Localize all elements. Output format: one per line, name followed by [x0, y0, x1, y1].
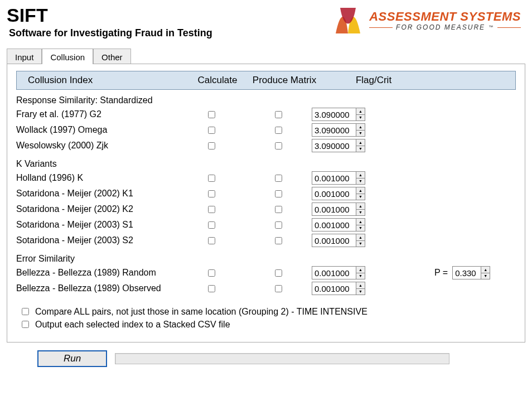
down-icon[interactable]: ▼ [356, 146, 365, 152]
flag-bobserved[interactable] [312, 282, 356, 295]
row-k1: Sotaridona - Meijer (2002) K1 ▲▼ [16, 186, 516, 201]
calc-s2[interactable] [208, 237, 215, 244]
section-esim: Error Similarity [16, 254, 516, 264]
calc-s1[interactable] [208, 221, 215, 229]
down-icon[interactable]: ▼ [356, 225, 365, 231]
brand-name: ASSESSMENT SYSTEMS [369, 10, 521, 23]
matrix-frary[interactable] [275, 111, 282, 118]
header-index: Collusion Index [22, 75, 184, 86]
row-holland: Holland (1996) K ▲▼ [16, 170, 516, 186]
flag-k1[interactable] [312, 187, 356, 200]
up-icon[interactable]: ▲ [356, 187, 365, 194]
flag-holland[interactable] [312, 172, 356, 184]
flag-s2[interactable] [312, 234, 356, 247]
row-k2: Sotaridona - Meijer (2002) K2 ▲▼ [16, 201, 516, 217]
calc-wollack[interactable] [208, 127, 215, 134]
tab-other[interactable]: Other [93, 49, 131, 64]
opt-output-csv-label: Output each selected index to a Stacked … [35, 320, 230, 330]
row-s2: Sotaridona - Meijer (2003) S2 ▲▼ [16, 233, 516, 248]
down-icon[interactable]: ▼ [356, 210, 365, 216]
flag-wesolowsky[interactable] [312, 139, 356, 152]
tab-collusion[interactable]: Collusion [42, 49, 93, 64]
flag-brandom[interactable] [312, 267, 356, 279]
opt-compare-all-label: Compare ALL pairs, not just those in sam… [35, 307, 367, 317]
down-icon[interactable]: ▼ [356, 194, 365, 200]
opt-compare-all[interactable] [22, 308, 29, 315]
up-icon[interactable]: ▲ [356, 219, 365, 225]
spinner-brandom[interactable]: ▲▼ [312, 266, 365, 279]
matrix-k1[interactable] [275, 190, 282, 197]
flag-wollack[interactable] [312, 124, 356, 136]
spinner-holland[interactable]: ▲▼ [312, 171, 365, 185]
tab-input[interactable]: Input [7, 49, 42, 64]
matrix-brandom[interactable] [275, 269, 282, 277]
matrix-holland[interactable] [275, 175, 282, 182]
up-icon[interactable]: ▲ [356, 124, 365, 131]
app-title: SIFT [7, 4, 212, 26]
header-calculate: Calculate [184, 75, 251, 86]
section-kvar: K Variants [16, 159, 516, 169]
p-value[interactable] [453, 267, 481, 279]
down-icon[interactable]: ▼ [356, 273, 365, 279]
row-brandom: Bellezza - Bellezza (1989) Random ▲▼ P =… [16, 265, 516, 281]
down-icon[interactable]: ▼ [356, 131, 365, 137]
down-icon[interactable]: ▼ [481, 273, 490, 279]
section-rss: Response Similarity: Standardized [16, 95, 516, 105]
down-icon[interactable]: ▼ [356, 289, 365, 295]
up-icon[interactable]: ▲ [356, 203, 365, 210]
matrix-k2[interactable] [275, 206, 282, 213]
up-icon[interactable]: ▲ [356, 234, 365, 241]
calc-brandom[interactable] [208, 269, 215, 277]
flag-k2[interactable] [312, 203, 356, 215]
matrix-s1[interactable] [275, 221, 282, 229]
calc-k1[interactable] [208, 190, 215, 197]
down-icon[interactable]: ▼ [356, 115, 365, 121]
calc-wesolowsky[interactable] [208, 142, 215, 149]
flag-s1[interactable] [312, 219, 356, 231]
up-icon[interactable]: ▲ [481, 267, 490, 273]
label-s1: Sotaridona - Meijer (2003) S1 [16, 220, 178, 230]
up-icon[interactable]: ▲ [356, 172, 365, 179]
tab-strip: Input Collusion Other [7, 48, 525, 64]
app-subtitle: Software for Investigating Fraud in Test… [9, 27, 212, 39]
up-icon[interactable]: ▲ [356, 267, 365, 273]
row-wesolowsky: Wesolowsky (2000) Zjk ▲▼ [16, 138, 516, 153]
spinner-s2[interactable]: ▲▼ [312, 234, 365, 247]
run-button[interactable]: Run [37, 350, 107, 367]
spinner-bobserved[interactable]: ▲▼ [312, 282, 365, 295]
down-icon[interactable]: ▼ [356, 241, 365, 247]
row-bobserved: Bellezza - Bellezza (1989) Observed ▲▼ [16, 281, 516, 296]
label-bobserved: Bellezza - Bellezza (1989) Observed [16, 283, 178, 293]
down-icon[interactable]: ▼ [356, 179, 365, 185]
up-icon[interactable]: ▲ [356, 282, 365, 289]
spinner-s1[interactable]: ▲▼ [312, 218, 365, 231]
calc-frary[interactable] [208, 111, 215, 118]
header-produce: Produce Matrix [251, 75, 318, 86]
calc-bobserved[interactable] [208, 285, 215, 292]
flag-frary[interactable] [312, 108, 356, 120]
spinner-wesolowsky[interactable]: ▲▼ [312, 139, 365, 152]
label-frary: Frary et al. (1977) G2 [16, 109, 178, 119]
matrix-wesolowsky[interactable] [275, 142, 282, 149]
row-frary: Frary et al. (1977) G2 ▲▼ [16, 107, 516, 122]
matrix-wollack[interactable] [275, 127, 282, 134]
calc-holland[interactable] [208, 175, 215, 182]
p-block: P = ▲▼ [423, 266, 516, 279]
label-k2: Sotaridona - Meijer (2002) K2 [16, 204, 178, 214]
spinner-p[interactable]: ▲▼ [452, 266, 490, 279]
matrix-s2[interactable] [275, 237, 282, 244]
row-wollack: Wollack (1997) Omega ▲▼ [16, 122, 516, 138]
calc-k2[interactable] [208, 206, 215, 213]
spinner-k2[interactable]: ▲▼ [312, 202, 365, 216]
matrix-bobserved[interactable] [275, 285, 282, 292]
spinner-wollack[interactable]: ▲▼ [312, 123, 365, 137]
up-icon[interactable]: ▲ [356, 108, 365, 115]
spinner-frary[interactable]: ▲▼ [312, 108, 365, 121]
label-wollack: Wollack (1997) Omega [16, 125, 178, 135]
progress-bar [115, 353, 449, 364]
row-s1: Sotaridona - Meijer (2003) S1 ▲▼ [16, 217, 516, 233]
spinner-k1[interactable]: ▲▼ [312, 187, 365, 200]
label-s2: Sotaridona - Meijer (2003) S2 [16, 235, 178, 245]
up-icon[interactable]: ▲ [356, 139, 365, 146]
opt-output-csv[interactable] [22, 321, 29, 328]
